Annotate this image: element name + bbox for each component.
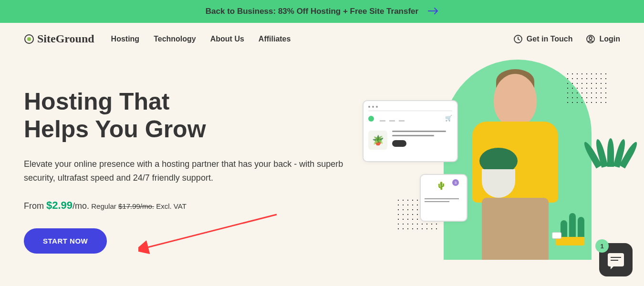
arrow-right-icon — [428, 6, 438, 17]
hero-illustration: 🛒 🪴 3 🌵 — [377, 55, 644, 260]
browser-card-large: 🛒 🪴 — [363, 100, 458, 162]
nav-technology[interactable]: Technology — [154, 35, 196, 43]
person-pants — [482, 198, 549, 260]
cactus-group-illustration — [556, 207, 589, 245]
hero-section: Hosting That Helps You Grow Elevate your… — [0, 55, 644, 254]
price-value: $2.99 — [46, 199, 73, 211]
hero-title-line1: Hosting That — [24, 88, 170, 115]
contact-link[interactable]: Get in Touch — [513, 34, 573, 44]
logo[interactable]: SiteGround — [24, 32, 94, 45]
svg-point-4 — [589, 37, 592, 40]
person-head — [494, 74, 537, 126]
hero-content: Hosting That Helps You Grow Elevate your… — [24, 74, 352, 254]
nav-hosting[interactable]: Hosting — [111, 35, 140, 43]
plant-thumbnail-icon: 🪴 — [368, 131, 387, 150]
price-vat: Excl. VAT — [154, 202, 187, 210]
hero-title-line2: Helps You Grow — [24, 116, 206, 143]
main-header: SiteGround Hosting Technology About Us A… — [0, 23, 644, 55]
notification-badge: 3 — [452, 179, 459, 186]
start-now-button[interactable]: START NOW — [24, 228, 107, 254]
price-tag-icon — [552, 232, 561, 239]
status-dot-icon — [368, 116, 374, 122]
cactus-thumbnail-icon: 🌵 — [436, 181, 451, 195]
price-period: /mo. — [73, 201, 89, 211]
pricing-row: From $2.99/mo. Regular $17.99/mo. Excl. … — [24, 199, 352, 212]
person-illustration — [463, 74, 568, 260]
main-nav: Hosting Technology About Us Affiliates — [111, 35, 291, 43]
large-plant-illustration — [589, 138, 632, 195]
promo-banner[interactable]: Back to Business: 83% Off Hosting + Free… — [0, 0, 644, 23]
price-regular-label: Regular — [89, 202, 118, 210]
headset-icon — [513, 34, 523, 44]
nav-affiliates[interactable]: Affiliates — [259, 35, 291, 43]
chat-badge: 1 — [595, 239, 609, 253]
card-button-pill — [392, 140, 406, 147]
browser-dots — [368, 106, 452, 108]
promo-text: Back to Business: 83% Off Hosting + Free… — [206, 7, 418, 16]
login-label: Login — [599, 35, 620, 43]
product-card-small: 3 🌵 — [420, 174, 467, 222]
svg-point-1 — [27, 37, 31, 41]
login-link[interactable]: Login — [586, 34, 620, 44]
hero-description: Elevate your online presence with a host… — [24, 157, 348, 185]
contact-label: Get in Touch — [527, 35, 573, 43]
price-from-label: From — [24, 201, 46, 211]
price-strike: $17.99/mo. — [118, 202, 154, 210]
dots-pattern-top — [565, 72, 608, 105]
cart-icon: 🛒 — [445, 115, 452, 122]
logo-icon — [24, 34, 34, 44]
hero-title: Hosting That Helps You Grow — [24, 88, 352, 143]
user-icon — [586, 34, 595, 44]
chat-bubble-icon — [608, 253, 624, 266]
header-right: Get in Touch Login — [513, 34, 620, 44]
nav-about[interactable]: About Us — [210, 35, 244, 43]
logo-text: SiteGround — [37, 32, 94, 45]
chat-widget-button[interactable]: 1 — [599, 243, 633, 276]
